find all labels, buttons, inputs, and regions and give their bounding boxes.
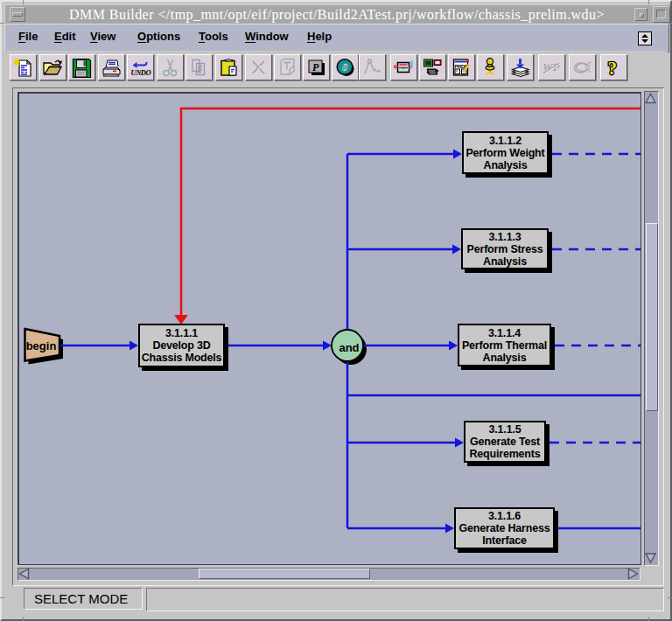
svg-text:P: P [312,61,319,73]
svg-text:WP: WP [542,60,561,73]
svg-text:?: ? [608,58,618,78]
svg-text:0: 0 [342,61,347,73]
svg-text:UNDO: UNDO [131,68,151,77]
